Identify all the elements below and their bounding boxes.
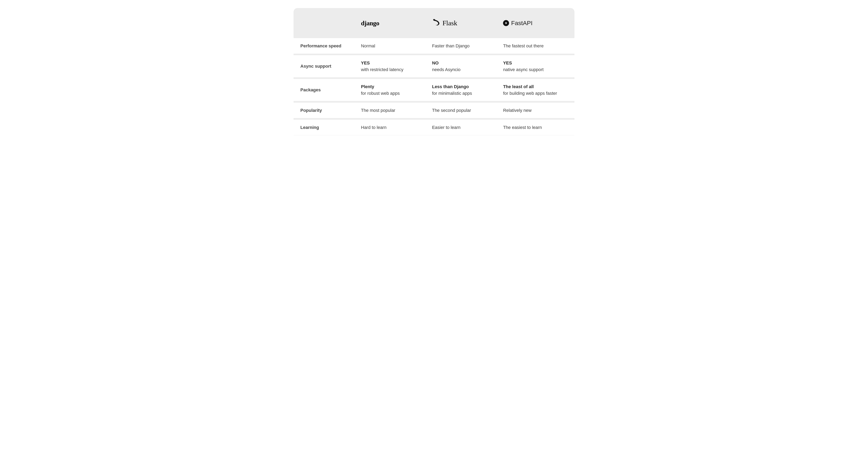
strong: YES <box>503 60 570 66</box>
detail: Relatively new <box>503 108 531 113</box>
row-learning: Learning Hard to learn Easier to learn T… <box>293 120 575 135</box>
cell-popularity-fastapi: Relatively new <box>503 107 574 114</box>
detail: The most popular <box>361 108 395 113</box>
label-learning: Learning <box>293 125 361 130</box>
detail: for minimalistic apps <box>432 91 472 96</box>
detail: for robust web apps <box>361 91 400 96</box>
row-performance: Performance speed Normal Faster than Dja… <box>293 38 575 55</box>
strong: NO <box>432 60 499 66</box>
row-async: Async support YES with restricted latenc… <box>293 55 575 79</box>
detail: for building web apps faster <box>503 91 557 96</box>
cell-popularity-django: The most popular <box>361 107 432 114</box>
strong: YES <box>361 60 428 66</box>
detail: The easiest to learn <box>503 125 542 130</box>
cell-popularity-flask: The second popular <box>432 107 503 114</box>
flask-logo-text: Flask <box>442 19 457 27</box>
flask-horn-icon <box>432 18 440 28</box>
cell-performance-django: Normal <box>361 42 432 49</box>
cell-async-fastapi: YES native async support <box>503 60 574 73</box>
cell-performance-flask: Faster than Django <box>432 42 503 49</box>
cell-async-django: YES with restricted latency <box>361 60 432 73</box>
detail: Normal <box>361 44 375 48</box>
cell-packages-fastapi: The least of all for building web apps f… <box>503 83 574 96</box>
comparison-table: django Flask FastAPI Performance speed N… <box>293 8 575 135</box>
label-packages: Packages <box>293 87 361 92</box>
label-popularity: Popularity <box>293 108 361 113</box>
label-async: Async support <box>293 64 361 69</box>
table-header-row: django Flask FastAPI <box>293 8 575 38</box>
cell-learning-flask: Easier to learn <box>432 124 503 131</box>
cell-performance-fastapi: The fastest out there <box>503 42 574 49</box>
header-django: django <box>361 20 432 27</box>
header-flask: Flask <box>432 18 503 28</box>
detail: Faster than Django <box>432 44 469 48</box>
detail: Hard to learn <box>361 125 386 130</box>
row-packages: Packages Plenty for robust web apps Less… <box>293 79 575 103</box>
fastapi-bolt-icon <box>503 20 509 26</box>
django-logo: django <box>361 20 379 27</box>
cell-learning-django: Hard to learn <box>361 124 432 131</box>
fastapi-logo-text: FastAPI <box>511 20 532 27</box>
cell-async-flask: NO needs Asyncio <box>432 60 503 73</box>
cell-packages-django: Plenty for robust web apps <box>361 83 432 96</box>
cell-learning-fastapi: The easiest to learn <box>503 124 574 131</box>
strong: Less than Django <box>432 83 499 90</box>
label-performance: Performance speed <box>293 44 361 49</box>
detail: needs Asyncio <box>432 67 461 72</box>
detail: The fastest out there <box>503 44 544 48</box>
detail: The second popular <box>432 108 471 113</box>
detail: with restricted latency <box>361 67 403 72</box>
cell-packages-flask: Less than Django for minimalistic apps <box>432 83 503 96</box>
row-popularity: Popularity The most popular The second p… <box>293 103 575 120</box>
header-fastapi: FastAPI <box>503 20 574 27</box>
detail: native async support <box>503 67 544 72</box>
strong: Plenty <box>361 83 428 90</box>
strong: The least of all <box>503 83 570 90</box>
detail: Easier to learn <box>432 125 461 130</box>
